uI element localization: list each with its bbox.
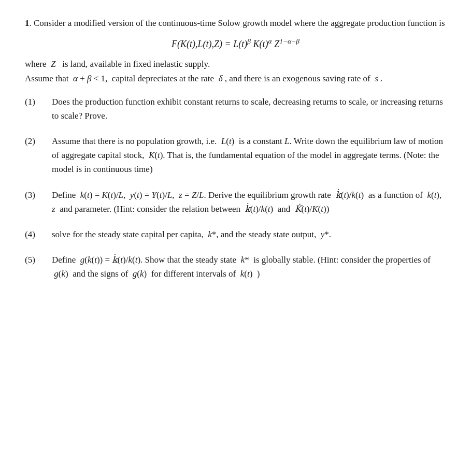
problem-intro: 1. Consider a modified version of the co… — [25, 17, 446, 30]
main-content: 1. Consider a modified version of the co… — [25, 17, 446, 281]
sub-text-5: Define g(k(t)) = k̇(t)/k(t). Show that t… — [52, 253, 446, 281]
sub-num-2: (2) — [25, 134, 52, 148]
sub-problem-3: (3) Define k(t) = K(t)/L, y(t) = Y(t)/L,… — [25, 188, 446, 216]
sub-text-1: Does the production function exhibit con… — [52, 95, 446, 123]
problem-number: 1. — [25, 18, 34, 28]
sub-text-3: Define k(t) = K(t)/L, y(t) = Y(t)/L, z =… — [52, 188, 446, 216]
sub-problem-4: (4) solve for the steady state capital p… — [25, 227, 446, 241]
sub-problems-list: (1) Does the production function exhibit… — [25, 95, 446, 281]
conditions-block: where Z is land, available in fixed inel… — [25, 57, 446, 85]
sub-problem-2: (2) Assume that there is no population g… — [25, 134, 446, 177]
sub-num-4: (4) — [25, 227, 52, 241]
conditions-line2: Assume that α + β < 1, capital depreciat… — [25, 71, 446, 85]
production-function-formula: F(K(t),L(t),Z) = L(t)β K(t)α Z1−α−β — [25, 37, 446, 50]
sub-problem-5: (5) Define g(k(t)) = k̇(t)/k(t). Show th… — [25, 253, 446, 281]
sub-num-1: (1) — [25, 95, 52, 109]
sub-num-3: (3) — [25, 188, 52, 202]
conditions-line1: where Z is land, available in fixed inel… — [25, 57, 446, 71]
sub-num-5: (5) — [25, 253, 52, 267]
intro-text: Consider a modified version of the conti… — [34, 18, 445, 28]
sub-problem-1: (1) Does the production function exhibit… — [25, 95, 446, 123]
sub-text-4: solve for the steady state capital per c… — [52, 227, 446, 241]
sub-text-2: Assume that there is no population growt… — [52, 134, 446, 177]
